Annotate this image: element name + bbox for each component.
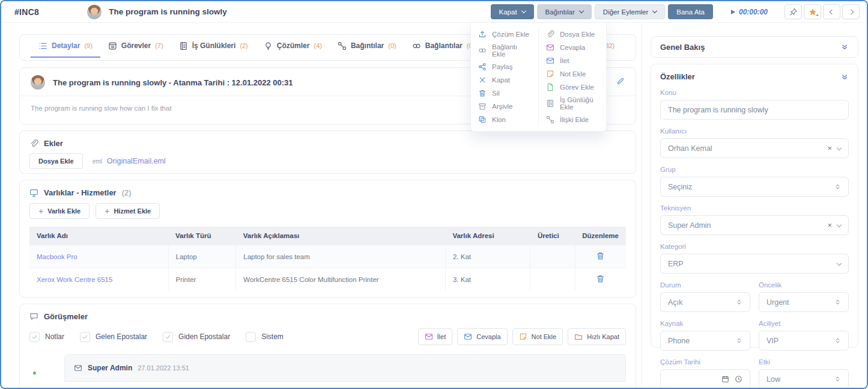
menu-item-sil[interactable]: Sil xyxy=(471,87,538,100)
worklog-icon xyxy=(546,99,554,108)
checkbox-unchecked[interactable] xyxy=(246,332,256,342)
menu-item-dosya-ekle[interactable]: Dosya Ekle xyxy=(539,28,606,41)
add-asset-button[interactable]: + Varlık Ekle xyxy=(29,203,90,219)
asset-link[interactable]: Xerox Work Centre 6515 xyxy=(37,276,112,283)
field-label-oncelik: Öncelik xyxy=(759,281,849,289)
delete-asset-button[interactable] xyxy=(596,274,605,283)
checkbox-checked[interactable] xyxy=(29,332,40,342)
paperclip-icon xyxy=(546,30,554,38)
attachment-link[interactable]: OriginalEmail.eml xyxy=(107,157,166,165)
next-ticket-button[interactable] xyxy=(842,4,860,19)
subject-input[interactable] xyxy=(660,100,849,120)
favorite-button[interactable]: + xyxy=(804,4,821,19)
resolution-date-input[interactable] xyxy=(660,369,750,388)
menu-item-ilet[interactable]: İlet xyxy=(539,54,606,67)
asset-link[interactable]: Macbook Pro xyxy=(37,253,77,260)
close-icon xyxy=(478,76,487,84)
requester-avatar xyxy=(87,5,102,19)
conversations-heading: Görüşmeler xyxy=(44,312,88,321)
urgency-select[interactable]: VIP xyxy=(759,331,849,351)
menu-item-baglanti-ekle[interactable]: Bağlantı Ekle xyxy=(471,41,538,60)
board-icon xyxy=(108,41,117,51)
add-service-button[interactable]: + Hizmet Ekle xyxy=(96,203,160,219)
trash-icon xyxy=(596,274,605,283)
chevron-down-icon xyxy=(837,145,842,150)
menu-item-is-gunlugu-ekle[interactable]: İş Günlüğü Ekle xyxy=(539,94,606,113)
page-title: The program is running slowly xyxy=(109,7,227,16)
add-note-button[interactable]: Not Ekle xyxy=(512,328,563,345)
tab-cozumler[interactable]: Çözümler (4) xyxy=(256,35,330,58)
clear-icon[interactable]: × xyxy=(827,221,832,230)
attachments-heading: Ekler xyxy=(44,139,63,148)
asset-description: Laptop for sales team xyxy=(236,245,446,268)
menu-item-arsivle[interactable]: Arşivle xyxy=(471,100,538,113)
asset-manufacturer xyxy=(530,268,575,291)
menu-item-cevapla[interactable]: Cevapla xyxy=(539,41,606,54)
impact-select[interactable]: Low xyxy=(759,369,849,388)
overview-card: Genel Bakış xyxy=(651,36,858,58)
source-select[interactable]: Phone xyxy=(660,331,750,351)
quick-close-button[interactable]: Hızlı Kapat xyxy=(568,328,626,345)
filter-notlar[interactable]: Notlar xyxy=(29,332,64,342)
column-header: Varlık Açıklaması xyxy=(236,227,446,245)
menu-item-iliski-ekle[interactable]: İlişki Ekle xyxy=(539,113,606,126)
tab-gorevler[interactable]: Görevler (7) xyxy=(100,35,171,58)
asset-address: 2. Kat xyxy=(445,245,530,268)
pencil-icon xyxy=(616,77,625,85)
edit-button[interactable] xyxy=(616,77,625,88)
filter-sistem[interactable]: Sistem xyxy=(246,332,284,342)
asset-description: WorkCentre 6515 Color Multifunction Prin… xyxy=(236,268,446,291)
group-select[interactable]: Seçiniz xyxy=(660,177,849,197)
close-button[interactable]: Kapat xyxy=(491,4,534,19)
menu-item-paylas[interactable]: Paylaş xyxy=(471,60,538,73)
pin-button[interactable] xyxy=(785,4,802,19)
tab-detaylar[interactable]: Detaylar (9) xyxy=(31,35,100,58)
properties-card: Özellikler Konu Kullanıcı Orhan Kemal × … xyxy=(651,64,858,348)
forward-envelope-icon xyxy=(425,332,433,341)
chevron-down-icon xyxy=(652,8,657,13)
ticket-header-title: The program is running slowly - Atanma T… xyxy=(53,78,293,87)
relation-icon xyxy=(546,115,554,124)
add-file-button[interactable]: Dosya Ekle xyxy=(29,153,83,169)
clock-icon[interactable] xyxy=(735,375,742,383)
checkbox-checked[interactable] xyxy=(163,332,173,342)
plus-icon: + xyxy=(38,208,43,214)
filter-gelen-epostalar[interactable]: Gelen Epostalar xyxy=(80,332,147,342)
menu-item-cozum-ekle[interactable]: Çözüm Ekle xyxy=(471,28,538,41)
link-icon xyxy=(412,41,421,51)
relations-button[interactable]: Bağıntılar xyxy=(537,4,592,19)
calendar-icon[interactable] xyxy=(721,375,729,383)
forward-button[interactable]: İlet xyxy=(418,328,453,345)
previous-ticket-button[interactable] xyxy=(823,4,840,19)
column-header: Varlık Adresi xyxy=(445,227,530,245)
folder-icon xyxy=(574,332,583,341)
link-add-icon xyxy=(478,46,487,55)
tab-is-gunlukleri[interactable]: İş Günlükleri (2) xyxy=(171,35,256,58)
clear-icon[interactable]: × xyxy=(827,144,832,153)
user-select[interactable]: Orhan Kemal × xyxy=(660,138,849,158)
status-select[interactable]: Açık xyxy=(660,292,750,312)
collapse-button[interactable] xyxy=(840,43,849,51)
filter-giden-epostalar[interactable]: Giden Epostalar xyxy=(163,332,230,342)
assign-to-me-button[interactable]: Bana Ata xyxy=(668,4,713,19)
other-actions-button[interactable]: Diğer Eylemler xyxy=(595,4,665,19)
menu-item-klon[interactable]: Klon xyxy=(471,113,538,126)
updown-arrows-icon xyxy=(736,299,742,305)
tab-bagintilar[interactable]: Bağıntılar (0) xyxy=(330,35,404,58)
task-icon xyxy=(546,83,554,91)
menu-item-gorev-ekle[interactable]: Görev Ekle xyxy=(539,81,606,94)
delete-asset-button[interactable] xyxy=(596,251,605,260)
header: #INC8 The program is running slowly Kapa… xyxy=(1,1,867,23)
conversations-card: Görüşmeler Notlar Gelen Epostalar Giden xyxy=(19,304,636,388)
field-label-konu: Konu xyxy=(660,89,849,96)
reply-button[interactable]: Cevapla xyxy=(457,328,507,345)
updown-arrows-icon xyxy=(834,376,841,382)
collapse-button[interactable] xyxy=(840,73,849,81)
menu-item-kapat[interactable]: Kapat xyxy=(471,73,538,87)
priority-select[interactable]: Urgent xyxy=(759,292,849,312)
menu-item-not-ekle[interactable]: Not Ekle xyxy=(539,67,606,81)
category-select[interactable]: ERP xyxy=(660,254,849,274)
checkbox-checked[interactable] xyxy=(80,332,90,342)
paperclip-icon xyxy=(29,139,38,148)
technician-select[interactable]: Super Admin × xyxy=(660,215,849,235)
